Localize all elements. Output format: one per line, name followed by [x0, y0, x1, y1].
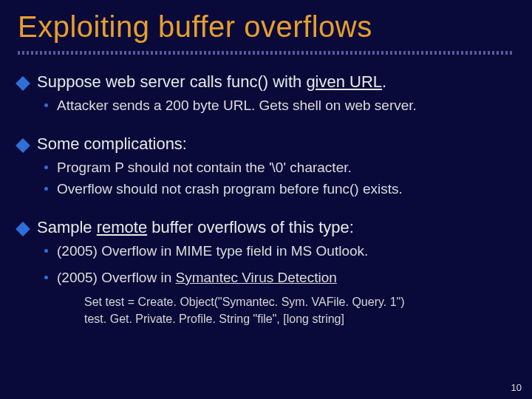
code-line: test. Get. Private. Profile. String "fil… — [84, 311, 514, 327]
diamond-icon — [16, 222, 30, 236]
bullet-text: Program P should not contain the '\0' ch… — [57, 158, 352, 177]
dot-icon — [44, 103, 48, 107]
bullet-text: Overflow should not crash program before… — [57, 180, 403, 199]
bullet-text: (2005) Overflow in Symantec Virus Detect… — [57, 268, 337, 287]
bullet-text: Suppose web server calls func() with giv… — [37, 72, 386, 92]
bullet-lvl2: Program P should not contain the '\0' ch… — [44, 158, 514, 177]
dot-icon — [44, 166, 48, 169]
page-number: 10 — [511, 382, 522, 393]
bullet-lvl1: Suppose web server calls func() with giv… — [18, 72, 514, 92]
code-line: Set test = Create. Object("Symantec. Sym… — [84, 294, 514, 310]
code-snippet: Set test = Create. Object("Symantec. Sym… — [84, 294, 514, 327]
dot-icon — [44, 187, 48, 191]
slide: Exploiting buffer overflows Suppose web … — [0, 0, 532, 327]
slide-title: Exploiting buffer overflows — [18, 10, 514, 44]
bullet-block-1: Suppose web server calls func() with giv… — [18, 72, 514, 115]
dot-icon — [44, 276, 48, 279]
bullet-lvl2: Overflow should not crash program before… — [44, 180, 514, 199]
dot-icon — [44, 249, 48, 253]
bullet-lvl1: Some complications: — [18, 134, 514, 154]
bullet-lvl2: Attacker sends a 200 byte URL. Gets shel… — [44, 96, 514, 115]
title-divider — [18, 51, 514, 55]
bullet-lvl2: (2005) Overflow in Symantec Virus Detect… — [44, 268, 514, 287]
diamond-icon — [16, 76, 30, 91]
bullet-block-2: Some complications: Program P should not… — [18, 134, 514, 199]
link-text: Symantec Virus Detection — [176, 270, 337, 285]
bullet-text: (2005) Overflow in MIME type field in MS… — [57, 242, 368, 261]
bullet-text: Some complications: — [37, 134, 187, 154]
bullet-block-3: Sample remote buffer overflows of this t… — [18, 218, 514, 287]
bullet-lvl1: Sample remote buffer overflows of this t… — [18, 218, 514, 237]
diamond-icon — [16, 138, 30, 153]
bullet-text: Sample remote buffer overflows of this t… — [37, 218, 354, 237]
bullet-lvl2: (2005) Overflow in MIME type field in MS… — [44, 242, 514, 261]
bullet-text: Attacker sends a 200 byte URL. Gets shel… — [57, 96, 417, 115]
